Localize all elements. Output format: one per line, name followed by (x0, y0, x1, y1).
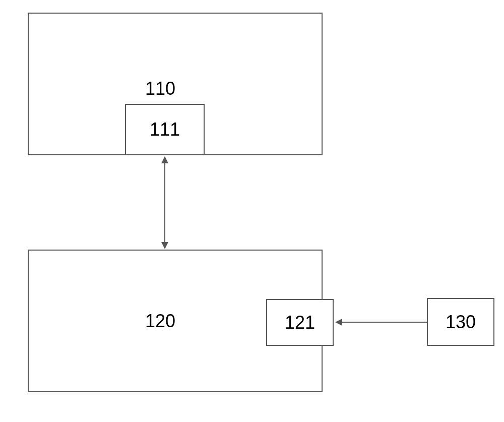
label-121: 121 (285, 312, 315, 333)
arrow-vertical-bottom (161, 242, 168, 249)
label-120: 120 (145, 311, 175, 332)
box-121: 121 (266, 299, 334, 346)
arrow-vertical-line (164, 161, 165, 245)
box-111: 111 (125, 104, 205, 155)
box-130: 130 (427, 298, 494, 346)
arrow-horizontal-line (341, 322, 427, 323)
label-110: 110 (145, 78, 175, 99)
label-111: 111 (150, 119, 180, 140)
label-130: 130 (446, 312, 476, 333)
